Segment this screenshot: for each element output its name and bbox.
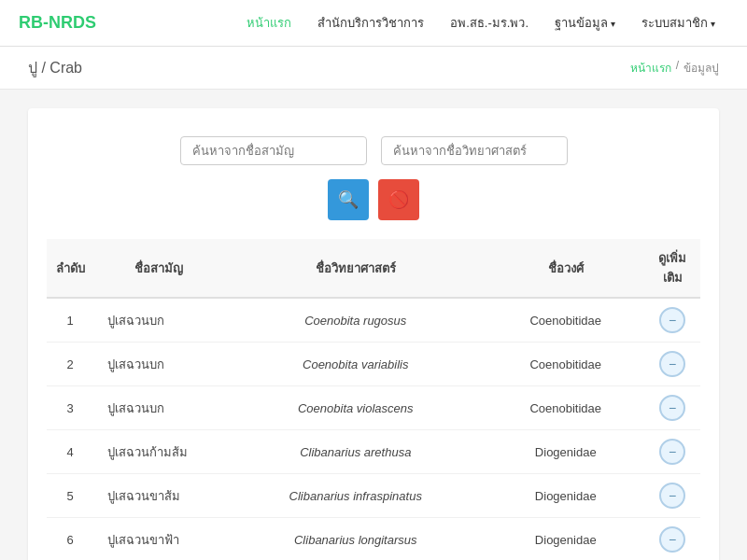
- cell-num: 4: [47, 430, 93, 474]
- cell-common: ปูเสฉวนก้ามส้ม: [93, 430, 224, 474]
- nav-orsor[interactable]: อพ.สธ.-มร.พว.: [437, 0, 542, 46]
- reset-icon: 🚫: [388, 189, 409, 210]
- col-header-num: ลำดับ: [47, 239, 93, 298]
- search-buttons: 🔍 🚫: [47, 179, 700, 220]
- cell-common: ปูเสฉวนบก: [93, 386, 224, 430]
- search-row: [47, 136, 700, 165]
- cell-family: Coenobitidae: [487, 386, 645, 430]
- table-row: 1 ปูเสฉวนบก Coenobita rugosus Coenobitid…: [47, 298, 700, 343]
- cell-action: −: [644, 518, 700, 561]
- col-header-action: ดูเพิ่มเติม: [644, 239, 700, 298]
- search-icon: 🔍: [338, 189, 359, 210]
- detail-button[interactable]: −: [659, 483, 685, 509]
- navbar: RB-NRDS หน้าแรก สำนักบริการวิชาการ อพ.สธ…: [0, 0, 747, 47]
- table-row: 4 ปูเสฉวนก้ามส้ม Clibanarius arethusa Di…: [47, 430, 700, 474]
- table-row: 2 ปูเสฉวนบก Coenobita variabilis Coenobi…: [47, 343, 700, 386]
- cell-num: 3: [47, 386, 93, 430]
- cell-action: −: [644, 343, 700, 386]
- cell-family: Diogenidae: [487, 518, 645, 561]
- data-table: ลำดับ ชื่อสามัญ ชื่อวิทยาศาสตร์ ชื่อวงศ์…: [47, 239, 700, 560]
- cell-num: 6: [47, 518, 93, 561]
- detail-button[interactable]: −: [659, 351, 685, 377]
- cell-common: ปูเสฉวนขาส้ม: [93, 474, 224, 518]
- chevron-down-icon: ▾: [611, 19, 615, 29]
- nav-bureau[interactable]: สำนักบริการวิชาการ: [304, 0, 437, 46]
- cell-common: ปูเสฉวนบก: [93, 343, 224, 386]
- cell-family: Diogenidae: [487, 474, 645, 518]
- cell-action: −: [644, 474, 700, 518]
- cell-scientific: Coenobita variabilis: [224, 343, 487, 386]
- detail-button[interactable]: −: [659, 439, 685, 465]
- nav-member[interactable]: ระบบสมาชิก▾: [628, 0, 728, 46]
- cell-scientific: Coenobita rugosus: [224, 298, 487, 343]
- cell-family: Coenobitidae: [487, 343, 645, 386]
- cell-scientific: Clibanarius infraspinatus: [224, 474, 487, 518]
- col-header-scientific: ชื่อวิทยาศาสตร์: [224, 239, 487, 298]
- detail-button[interactable]: −: [659, 307, 685, 333]
- cell-action: −: [644, 386, 700, 430]
- chevron-down-icon: ▾: [711, 19, 715, 29]
- reset-button[interactable]: 🚫: [378, 179, 419, 220]
- cell-num: 5: [47, 474, 93, 518]
- breadcrumb: หน้าแรก / ข้อมูลปู: [630, 59, 719, 77]
- col-header-common: ชื่อสามัญ: [93, 239, 224, 298]
- table-row: 5 ปูเสฉวนขาส้ม Clibanarius infraspinatus…: [47, 474, 700, 518]
- cell-num: 2: [47, 343, 93, 386]
- page-header: ปู / Crab หน้าแรก / ข้อมูลปู: [0, 47, 747, 90]
- breadcrumb-home[interactable]: หน้าแรก: [630, 59, 671, 77]
- cell-num: 1: [47, 298, 93, 343]
- breadcrumb-separator: /: [676, 59, 679, 77]
- col-header-family: ชื่อวงศ์: [487, 239, 645, 298]
- detail-button[interactable]: −: [659, 526, 685, 553]
- cell-family: Diogenidae: [487, 430, 645, 474]
- search-common-input[interactable]: [180, 136, 367, 165]
- cell-common: ปูเสฉวนบก: [93, 298, 224, 343]
- cell-scientific: Clibanarius longitarsus: [224, 518, 487, 561]
- cell-scientific: Coenobita violascens: [224, 386, 487, 430]
- cell-family: Coenobitidae: [487, 298, 645, 343]
- search-card: 🔍 🚫 ลำดับ ชื่อสามัญ ชื่อวิทยาศาสตร์ ชื่อ…: [28, 108, 719, 560]
- table-row: 6 ปูเสฉวนขาฟ้า Clibanarius longitarsus D…: [47, 518, 700, 561]
- detail-button[interactable]: −: [659, 395, 685, 421]
- table-row: 3 ปูเสฉวนบก Coenobita violascens Coenobi…: [47, 386, 700, 430]
- table-header-row: ลำดับ ชื่อสามัญ ชื่อวิทยาศาสตร์ ชื่อวงศ์…: [47, 239, 700, 298]
- main-content: 🔍 🚫 ลำดับ ชื่อสามัญ ชื่อวิทยาศาสตร์ ชื่อ…: [0, 90, 747, 560]
- breadcrumb-current: ข้อมูลปู: [684, 59, 719, 77]
- cell-action: −: [644, 430, 700, 474]
- page-title: ปู / Crab: [28, 56, 82, 79]
- nav-database[interactable]: ฐานข้อมูล▾: [542, 0, 628, 46]
- cell-scientific: Clibanarius arethusa: [224, 430, 487, 474]
- nav-links: หน้าแรก สำนักบริการวิชาการ อพ.สธ.-มร.พว.…: [233, 0, 728, 46]
- cell-action: −: [644, 298, 700, 343]
- search-scientific-input[interactable]: [381, 136, 568, 165]
- nav-home[interactable]: หน้าแรก: [233, 0, 304, 46]
- brand-logo[interactable]: RB-NRDS: [19, 13, 96, 33]
- search-button[interactable]: 🔍: [328, 179, 369, 220]
- cell-common: ปูเสฉวนขาฟ้า: [93, 518, 224, 561]
